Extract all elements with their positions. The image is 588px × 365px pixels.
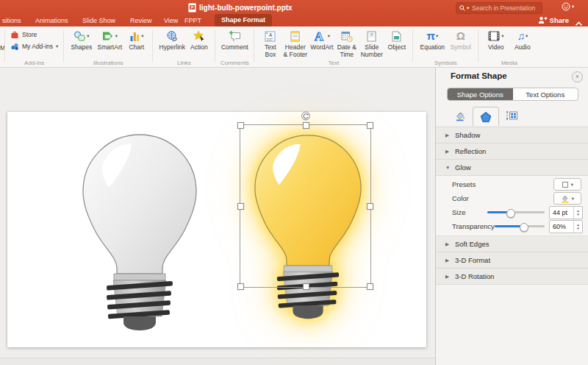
light-bulb-gray-graphic — [70, 122, 209, 332]
selection-handle-w[interactable] — [237, 203, 244, 210]
size-properties-tab[interactable] — [499, 107, 524, 124]
transparency-value-box[interactable]: 60% ▲ ▼ — [549, 220, 583, 233]
shapes-caret-icon: ▾ — [87, 34, 89, 38]
tab-transitions-partial[interactable]: sitions — [2, 15, 21, 26]
smartart-label: SmartArt — [98, 44, 123, 52]
text-box-icon: A — [265, 31, 276, 42]
header-footer-button[interactable]: Header & Footer — [283, 28, 307, 58]
glow-color-dropdown[interactable]: ▾ — [553, 192, 581, 205]
smartart-button[interactable]: ▾ SmartArt — [96, 28, 123, 52]
tab-review[interactable]: Review — [130, 15, 152, 26]
section-shadow[interactable]: ▶ Shadow — [436, 127, 588, 143]
ribbon-group-text: A Text Box Header & Footer A ▾ WordArt — [254, 26, 412, 67]
slide-number-button[interactable]: # Slide Number — [359, 28, 384, 58]
selection-handle-nw[interactable] — [237, 122, 244, 129]
search-scope-caret-icon[interactable]: ▾ — [467, 6, 469, 10]
share-button[interactable]: Share — [538, 14, 569, 26]
symbol-icon: Ω — [456, 29, 465, 43]
shape-options-tab[interactable]: Shape Options — [448, 88, 513, 100]
comment-icon — [229, 30, 241, 42]
transparency-stepper[interactable]: ▲ ▼ — [573, 221, 582, 233]
panel-close-button[interactable]: × — [572, 71, 583, 82]
chevron-up-icon — [575, 21, 583, 26]
equation-button[interactable]: π ▾ Equation — [418, 28, 446, 52]
section-3d-rotation[interactable]: ▶ 3-D Rotation — [436, 269, 588, 285]
hyperlink-button[interactable]: Hyperlink — [158, 28, 186, 52]
chart-button[interactable]: ▾ Chart — [126, 28, 147, 52]
smiley-icon — [562, 2, 570, 11]
selection-handle-sw[interactable] — [237, 283, 244, 290]
store-label: Store — [22, 31, 37, 38]
hyperlink-icon — [166, 30, 178, 42]
action-button[interactable]: Action — [188, 28, 209, 52]
size-slider-thumb[interactable] — [506, 209, 515, 218]
transparency-slider[interactable] — [495, 225, 545, 227]
shape-selection-box[interactable] — [240, 124, 371, 288]
slide-workspace[interactable] — [0, 68, 435, 365]
disclosure-icon: ▶ — [445, 258, 451, 263]
share-label: Share — [550, 16, 569, 24]
selection-handle-se[interactable] — [367, 283, 373, 290]
selection-handle-e[interactable] — [367, 203, 373, 210]
ribbon-group-add-ins: Store My Add-ins ▾ Add-ins — [5, 26, 63, 67]
search-box[interactable]: ▾ — [456, 2, 542, 14]
object-label: Object — [388, 44, 406, 52]
stepper-down-icon[interactable]: ▼ — [576, 213, 579, 216]
video-button[interactable]: ▾ Video — [484, 28, 508, 52]
my-add-ins-button[interactable]: My Add-ins ▾ — [10, 41, 58, 52]
selection-handle-n[interactable] — [303, 122, 309, 129]
transparency-value: 60% — [550, 223, 573, 230]
tab-view[interactable]: View — [164, 15, 178, 26]
pentagon-icon — [480, 111, 492, 123]
wordart-button[interactable]: A ▾ WordArt — [309, 28, 334, 52]
slide-number-icon: # — [367, 31, 376, 42]
action-label: Action — [190, 44, 208, 52]
comment-button[interactable]: Comment — [220, 28, 248, 52]
text-box-button[interactable]: A Text Box — [259, 28, 281, 58]
options-segmented-control: Shape Options Text Options — [447, 88, 578, 101]
wordart-label: WordArt — [310, 44, 333, 52]
fill-line-tab[interactable] — [448, 107, 473, 124]
glow-presets-dropdown[interactable]: ▾ — [553, 178, 581, 191]
ribbon-group-comments: Comment Comments — [215, 26, 254, 67]
stepper-down-icon[interactable]: ▼ — [576, 227, 579, 230]
section-3d-format[interactable]: ▶ 3-D Format — [436, 252, 588, 269]
close-icon: × — [576, 73, 579, 80]
size-value-box[interactable]: 44 pt ▲ ▼ — [549, 206, 583, 219]
object-icon — [392, 31, 401, 42]
tab-shape-format[interactable]: Shape Format — [215, 14, 272, 26]
section-glow[interactable]: ▼ Glow — [436, 160, 588, 176]
section-reflection[interactable]: ▶ Reflection — [436, 143, 588, 160]
disclosure-icon: ▶ — [445, 274, 451, 280]
selection-handle-s[interactable] — [303, 283, 309, 290]
search-icon — [459, 5, 465, 11]
section-glow-label: Glow — [455, 163, 471, 171]
date-time-button[interactable]: Date & Time — [336, 28, 357, 58]
audio-button[interactable]: ♫ ▾ Audio — [510, 28, 534, 52]
section-soft-edges[interactable]: ▶ Soft Edges — [436, 236, 588, 252]
transparency-slider-thumb[interactable] — [520, 223, 528, 232]
feedback-menu[interactable]: ▾ — [562, 2, 574, 11]
object-button[interactable]: Object — [386, 28, 407, 52]
size-stepper[interactable]: ▲ ▼ — [573, 207, 582, 219]
search-input[interactable] — [470, 4, 539, 13]
text-options-tab[interactable]: Text Options — [513, 88, 578, 100]
slide-canvas[interactable] — [7, 112, 426, 347]
section-reflection-label: Reflection — [455, 147, 486, 155]
my-add-ins-caret-icon: ▾ — [56, 44, 58, 49]
svg-text:#: # — [370, 32, 373, 37]
shapes-button[interactable]: ▾ Shapes — [69, 28, 93, 52]
shape-light-bulb-gray[interactable] — [70, 122, 209, 335]
rotate-icon — [301, 111, 310, 121]
tab-slide-show[interactable]: Slide Show — [82, 15, 115, 26]
store-button[interactable]: Store — [10, 29, 58, 40]
tab-animations[interactable]: Animations — [35, 15, 68, 26]
glow-color-row: Color ▾ — [436, 191, 588, 205]
ribbon-group-links: Hyperlink Action Links — [153, 26, 215, 67]
effects-tab[interactable] — [473, 107, 499, 126]
selection-handle-ne[interactable] — [367, 122, 373, 129]
disclosure-icon: ▶ — [445, 149, 451, 155]
group-label-illustrations: Illustrations — [64, 60, 152, 66]
size-slider[interactable] — [487, 211, 545, 213]
tab-fppt[interactable]: FPPT — [184, 15, 201, 26]
